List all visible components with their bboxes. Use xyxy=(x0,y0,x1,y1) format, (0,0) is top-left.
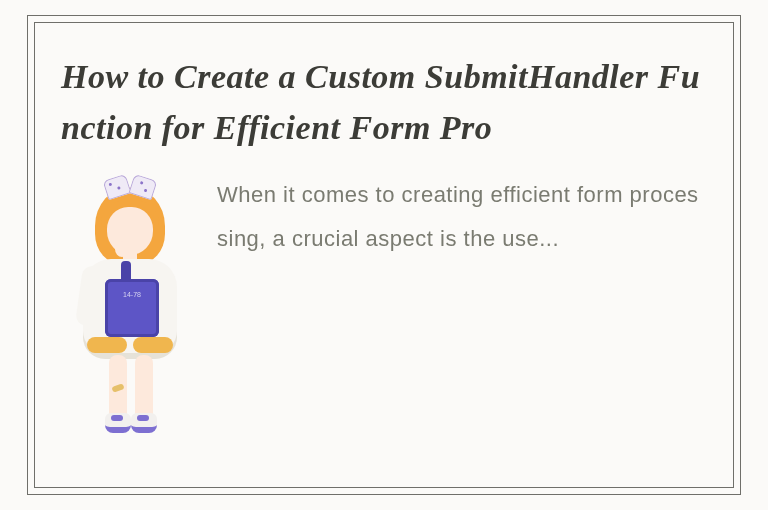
bag-label: 14-78 xyxy=(109,291,155,299)
character-illustration: 14-78 xyxy=(61,171,199,471)
content-row: 14-78 When it comes to creating efficien… xyxy=(61,171,707,471)
anime-girl-icon: 14-78 xyxy=(61,171,199,471)
article-excerpt: When it comes to creating efficient form… xyxy=(217,171,707,261)
article-title: How to Create a Custom SubmitHandler Fun… xyxy=(61,51,707,153)
article-card: How to Create a Custom SubmitHandler Fun… xyxy=(34,22,734,488)
